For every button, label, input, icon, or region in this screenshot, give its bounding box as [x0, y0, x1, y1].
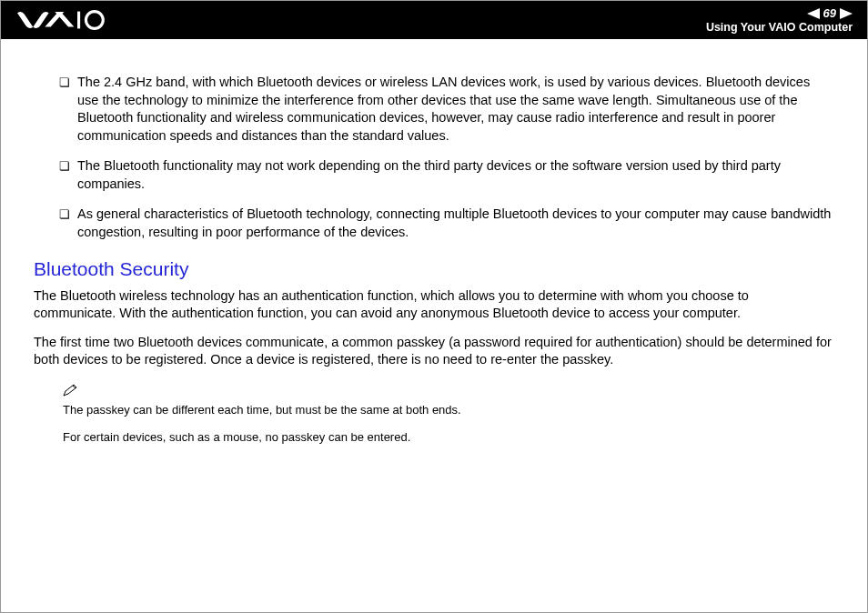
- header-bar: 69 Using Your VAIO Computer: [1, 1, 867, 39]
- body-paragraph: The Bluetooth wireless technology has an…: [34, 287, 834, 323]
- header-subtitle: Using Your VAIO Computer: [706, 21, 853, 34]
- svg-point-1: [86, 12, 103, 29]
- page-navigation: 69: [807, 6, 853, 20]
- svg-marker-2: [807, 8, 820, 19]
- vaio-logo: [17, 10, 117, 30]
- body-paragraph: The first time two Bluetooth devices com…: [34, 334, 834, 369]
- note-text: The passkey can be different each time, …: [63, 402, 834, 418]
- next-page-arrow-icon[interactable]: [840, 8, 853, 19]
- svg-rect-0: [77, 12, 80, 29]
- list-item: The 2.4 GHz band, with which Bluetooth d…: [59, 74, 834, 145]
- prev-page-arrow-icon[interactable]: [807, 8, 820, 19]
- svg-marker-3: [840, 8, 853, 19]
- note-pencil-icon: [63, 384, 834, 400]
- header-right: 69 Using Your VAIO Computer: [706, 6, 853, 34]
- page-number: 69: [822, 6, 838, 20]
- note-block: The passkey can be different each time, …: [63, 384, 834, 446]
- list-item: As general characteristics of Bluetooth …: [59, 206, 834, 241]
- note-text: For certain devices, such as a mouse, no…: [63, 429, 834, 446]
- section-heading: Bluetooth Security: [34, 258, 834, 280]
- page-content: The 2.4 GHz band, with which Bluetooth d…: [1, 39, 867, 475]
- list-item: The Bluetooth functionality may not work…: [59, 157, 834, 193]
- bullet-list: The 2.4 GHz band, with which Bluetooth d…: [59, 74, 834, 242]
